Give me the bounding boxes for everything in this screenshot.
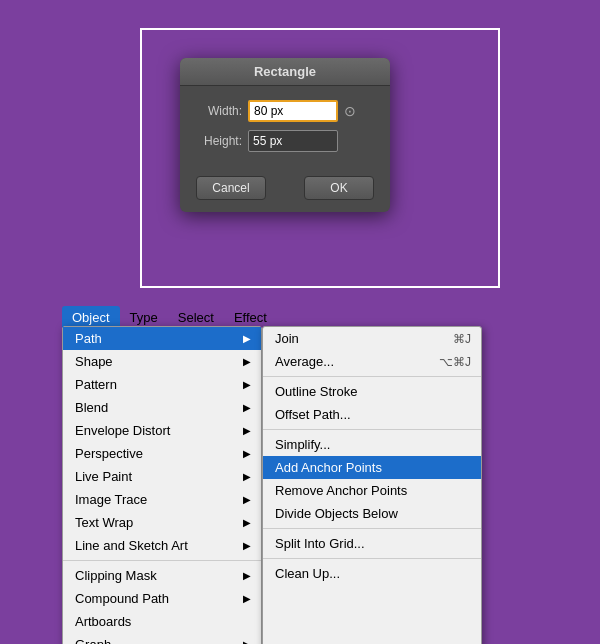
text-wrap-arrow: ▶ (243, 517, 251, 528)
submenu-item-add-anchor-points[interactable]: Add Anchor Points (263, 456, 481, 479)
blend-arrow: ▶ (243, 402, 251, 413)
menu-item-live-paint-label: Live Paint (75, 469, 132, 484)
submenu-sep-2 (263, 429, 481, 430)
menu-left: Path ▶ Shape ▶ Pattern ▶ Blend ▶ Envelop… (62, 326, 262, 644)
submenu-average-shortcut: ⌥⌘J (439, 355, 471, 369)
dialog-buttons: Cancel OK (180, 170, 390, 212)
submenu-item-outline-stroke[interactable]: Outline Stroke (263, 380, 481, 403)
menu-item-shape[interactable]: Shape ▶ (63, 350, 261, 373)
menu-item-blend[interactable]: Blend ▶ (63, 396, 261, 419)
submenu-simplify-label: Simplify... (275, 437, 330, 452)
width-row: Width: ⊙ (196, 100, 374, 122)
cancel-button[interactable]: Cancel (196, 176, 266, 200)
menu-item-compound-path[interactable]: Compound Path ▶ (63, 587, 261, 610)
submenu-sep-3 (263, 528, 481, 529)
menu-item-image-trace[interactable]: Image Trace ▶ (63, 488, 261, 511)
width-label: Width: (196, 104, 242, 118)
submenu-divide-objects-below-label: Divide Objects Below (275, 506, 398, 521)
menu-item-clipping-mask[interactable]: Clipping Mask ▶ (63, 564, 261, 587)
menu-item-blend-label: Blend (75, 400, 108, 415)
menu-separator-1 (63, 560, 261, 561)
submenu-item-offset-path[interactable]: Offset Path... (263, 403, 481, 426)
submenu-sep-1 (263, 376, 481, 377)
submenu-item-simplify[interactable]: Simplify... (263, 433, 481, 456)
menu-item-text-wrap[interactable]: Text Wrap ▶ (63, 511, 261, 534)
menu-item-artboards[interactable]: Artboards (63, 610, 261, 633)
submenu-average-label: Average... (275, 354, 334, 369)
menu-item-pattern[interactable]: Pattern ▶ (63, 373, 261, 396)
line-sketch-arrow: ▶ (243, 540, 251, 551)
submenu-item-clean-up[interactable]: Clean Up... (263, 562, 481, 585)
menu-item-image-trace-label: Image Trace (75, 492, 147, 507)
submenu-join-label: Join (275, 331, 299, 346)
menu-right: Join ⌘J Average... ⌥⌘J Outline Stroke Of… (262, 326, 482, 644)
dropdown-container: Path ▶ Shape ▶ Pattern ▶ Blend ▶ Envelop… (62, 326, 482, 644)
menu-item-text-wrap-label: Text Wrap (75, 515, 133, 530)
image-trace-arrow: ▶ (243, 494, 251, 505)
submenu-item-split-into-grid[interactable]: Split Into Grid... (263, 532, 481, 555)
menu-item-line-sketch-label: Line and Sketch Art (75, 538, 188, 553)
menu-item-compound-path-label: Compound Path (75, 591, 169, 606)
compound-path-arrow: ▶ (243, 593, 251, 604)
submenu-clean-up-label: Clean Up... (275, 566, 340, 581)
submenu-split-into-grid-label: Split Into Grid... (275, 536, 365, 551)
submenu-item-average[interactable]: Average... ⌥⌘J (263, 350, 481, 373)
submenu-offset-path-label: Offset Path... (275, 407, 351, 422)
menu-item-perspective[interactable]: Perspective ▶ (63, 442, 261, 465)
pattern-arrow: ▶ (243, 379, 251, 390)
submenu-sep-4 (263, 558, 481, 559)
height-input[interactable] (248, 130, 338, 152)
live-paint-arrow: ▶ (243, 471, 251, 482)
submenu-item-join[interactable]: Join ⌘J (263, 327, 481, 350)
rectangle-dialog: Rectangle Width: ⊙ Height: Cancel OK (180, 58, 390, 212)
submenu-item-divide-objects-below[interactable]: Divide Objects Below (263, 502, 481, 525)
menu-item-envelope-distort[interactable]: Envelope Distort ▶ (63, 419, 261, 442)
graph-arrow: ▶ (243, 639, 251, 644)
submenu-join-shortcut: ⌘J (453, 332, 471, 346)
envelope-distort-arrow: ▶ (243, 425, 251, 436)
dialog-wrapper: Rectangle Width: ⊙ Height: Cancel OK (140, 28, 500, 288)
menu-item-path-label: Path (75, 331, 102, 346)
menu-item-envelope-distort-label: Envelope Distort (75, 423, 170, 438)
dialog-title: Rectangle (180, 58, 390, 86)
dialog-body: Width: ⊙ Height: (180, 86, 390, 170)
width-input[interactable] (248, 100, 338, 122)
submenu-item-remove-anchor-points[interactable]: Remove Anchor Points (263, 479, 481, 502)
submenu-remove-anchor-points-label: Remove Anchor Points (275, 483, 407, 498)
ok-button[interactable]: OK (304, 176, 374, 200)
submenu-add-anchor-points-label: Add Anchor Points (275, 460, 382, 475)
menu-item-path[interactable]: Path ▶ (63, 327, 261, 350)
clipping-mask-arrow: ▶ (243, 570, 251, 581)
menu-item-live-paint[interactable]: Live Paint ▶ (63, 465, 261, 488)
perspective-arrow: ▶ (243, 448, 251, 459)
menu-item-pattern-label: Pattern (75, 377, 117, 392)
chain-icon: ⊙ (344, 103, 356, 119)
menu-item-artboards-label: Artboards (75, 614, 131, 629)
height-label: Height: (196, 134, 242, 148)
height-row: Height: (196, 130, 374, 152)
menu-item-shape-label: Shape (75, 354, 113, 369)
menu-item-perspective-label: Perspective (75, 446, 143, 461)
path-arrow: ▶ (243, 333, 251, 344)
menu-item-graph-label: Graph (75, 637, 111, 644)
submenu-outline-stroke-label: Outline Stroke (275, 384, 357, 399)
shape-arrow: ▶ (243, 356, 251, 367)
menu-item-clipping-mask-label: Clipping Mask (75, 568, 157, 583)
menu-item-line-sketch-art[interactable]: Line and Sketch Art ▶ (63, 534, 261, 557)
menu-item-graph[interactable]: Graph ▶ (63, 633, 261, 644)
